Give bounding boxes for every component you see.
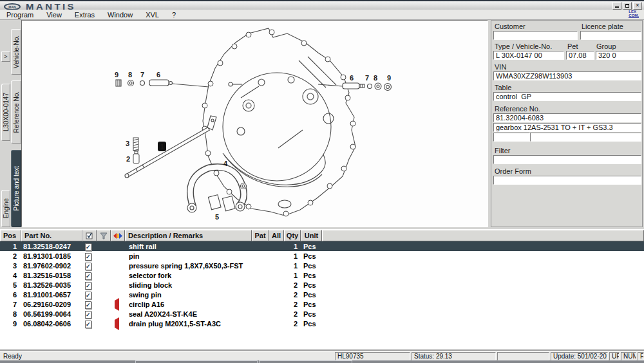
cell-description: seal A20X24-ST-K4E [125,310,252,318]
svg-text:5: 5 [215,213,219,221]
reference-desc-input[interactable] [493,123,641,132]
tab-vehicle-no[interactable]: Vehicle-No. [11,29,21,75]
row-checkbox[interactable]: ✓ [85,272,91,280]
row-checkbox[interactable]: ✓ [85,301,91,309]
close-button[interactable]: × [633,2,642,10]
group-input[interactable] [596,51,641,60]
licence-plate-input[interactable] [580,31,641,40]
table-input[interactable] [493,92,641,101]
cell-description: circlip A16 [125,301,252,308]
filter-input[interactable] [493,155,641,164]
header-description[interactable]: Description / Remarks [125,230,252,241]
header-filler [322,230,644,241]
customer-input[interactable] [493,31,578,40]
menu-program[interactable]: Program [0,10,40,19]
menu-extras[interactable]: Extras [68,10,101,19]
menu-view[interactable]: View [40,10,68,19]
order-form-label: Order Form [495,167,531,175]
tab-picture-and-text[interactable]: Picture and text [11,150,21,227]
type-vehicle-input[interactable] [493,51,564,60]
red-marker-icon [115,317,119,330]
details-panel: Customer Licence plate Type / Vehicle-No… [491,20,643,227]
customer-label: Customer [495,23,526,30]
tab-vehicle-project[interactable]: L30X00-0147 [1,84,10,141]
cell-description: sliding block [125,281,252,289]
row-checkbox[interactable]: ✓ [85,243,91,251]
cell-unit: Pcs [301,320,322,328]
header-filter-column[interactable] [97,230,111,241]
menu-window[interactable]: Window [101,10,139,19]
table-row[interactable]: 8 06.56199-0064 ✓ seal A20X24-ST-K4E 2 P… [0,309,644,319]
header-pat[interactable]: Pat [252,230,269,241]
status-empty-panel [497,352,549,360]
cell-pos: 4 [0,272,21,279]
table-row[interactable]: 6 81.91001-0657 ✓ swing pin 2 Pcs [0,290,644,299]
status-flag-uf: UF [609,352,620,360]
spring-and-pin [133,138,139,163]
cell-unit: Pcs [301,243,322,250]
table-row[interactable]: 4 81.32516-0158 ✓ selector fork 1 Pcs [0,270,644,280]
cell-pos: 9 [0,320,21,328]
pet-input[interactable] [566,51,594,60]
exploded-diagram-svg: 1 9 8 7 6 6 7 8 9 3 2 4 5 [22,21,488,227]
minimize-button[interactable] [612,2,621,10]
menu-xvl[interactable]: XVL [139,10,166,19]
menu-help[interactable]: ? [166,10,182,19]
svg-text:9: 9 [115,71,118,79]
row-checkbox[interactable]: ✓ [85,311,91,319]
cell-qty: 2 [284,301,301,308]
row-checkbox[interactable]: ✓ [85,282,91,290]
status-bar: Ready HL90735 Status: 29.13 Update: 501/… [0,351,644,360]
row-checkbox[interactable]: ✓ [85,263,91,270]
cell-part-no: 81.32526-0035 [21,281,82,289]
table-row[interactable]: 5 81.32526-0035 ✓ sliding block 2 Pcs [0,280,644,290]
order-form-input[interactable] [493,176,641,185]
callout-1-badge: 1 [158,142,166,151]
row-checkbox[interactable]: ✓ [85,321,91,328]
svg-text:2: 2 [126,155,130,163]
cell-qty: 2 [284,281,301,289]
title-bar: MAN MANTIS × [0,0,644,10]
tab-reference-no[interactable]: Reference No. [11,80,21,144]
cell-pos: 5 [0,281,21,289]
reference-no-input[interactable] [493,113,641,122]
row-checkbox[interactable]: ✓ [85,292,91,299]
status-value: Status: 29.13 [412,352,496,360]
header-all[interactable]: All [269,230,284,241]
header-checkbox-column[interactable] [82,230,97,241]
parts-table: Pos Part No. Description / Remarks Pat A… [0,229,644,351]
type-vehicle-label: Type / Vehicle-No. [495,42,552,50]
cell-qty: 2 [284,291,301,299]
cell-qty: 1 [284,262,301,270]
header-pos[interactable]: Pos [0,230,21,241]
diagram-canvas[interactable]: 1 9 8 7 6 6 7 8 9 3 2 4 5 [21,20,488,227]
table-row[interactable]: 9 06.08042-0606 ✓ drain plug M20X1,5-ST-… [0,319,644,328]
cell-part-no: 81.32516-0158 [21,272,82,279]
pet-label: Pet [567,42,578,50]
status-update: Update: 501/02-2014 [551,352,608,360]
tab-scroll-arrow[interactable]: > [1,51,10,62]
reference-no-label: Reference No. [495,105,540,113]
cell-pos: 1 [0,243,21,250]
tab-engine[interactable]: Engine [1,190,10,227]
minimize-icon [615,3,619,8]
table-row[interactable]: 3 81.97602-0902 ✓ pressure spring 1,8X7,… [0,261,644,270]
reference-extra-input-1[interactable] [493,133,530,142]
table-row[interactable]: 1 81.32518-0247 ✓ shift rail 1 Pcs [0,241,644,251]
restore-button[interactable] [623,2,632,10]
header-unit[interactable]: Unit [301,230,322,241]
row-checkbox[interactable]: ✓ [85,253,91,261]
cell-description: swing pin [125,291,252,299]
header-compare-column[interactable] [111,230,125,241]
header-qty[interactable]: Qty [284,230,301,241]
table-row[interactable]: 7 06.29160-0209 ✓ circlip A16 2 Pcs [0,299,644,309]
svg-text:1: 1 [160,143,164,151]
table-row[interactable]: 2 81.91301-0185 ✓ pin 1 Pcs [0,251,644,261]
vin-input[interactable] [493,71,641,80]
checkbox-header-icon [86,232,93,239]
reference-extra-input-2[interactable] [530,133,641,142]
header-part-no[interactable]: Part No. [21,230,82,241]
parts-left-group [116,80,209,87]
status-code: HL90735 [335,352,410,360]
cell-pos: 2 [0,252,21,260]
